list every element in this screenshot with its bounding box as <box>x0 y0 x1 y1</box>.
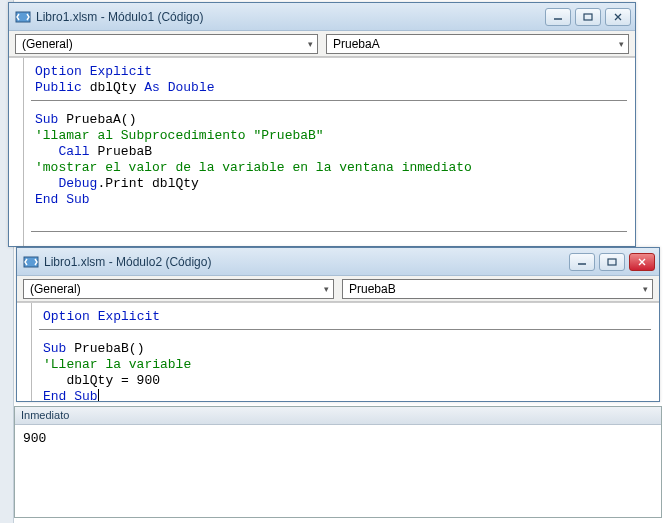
object-selector[interactable]: (General) ▾ <box>23 279 334 299</box>
chevron-down-icon: ▾ <box>643 284 648 294</box>
procedure-selector-value: PruebaB <box>349 282 396 296</box>
object-selector[interactable]: (General) ▾ <box>15 34 318 54</box>
chevron-down-icon: ▾ <box>324 284 329 294</box>
svg-rect-2 <box>584 14 592 20</box>
minimize-button[interactable] <box>569 253 595 271</box>
titlebar-module1[interactable]: Libro1.xlsm - Módulo1 (Código) <box>9 3 635 31</box>
maximize-button[interactable] <box>575 8 601 26</box>
window-title: Libro1.xlsm - Módulo2 (Código) <box>44 255 569 269</box>
object-selector-value: (General) <box>30 282 81 296</box>
code-text-module1[interactable]: Option Explicit Public dblQty As Double … <box>9 58 635 246</box>
code-toolbar: (General) ▾ PruebaA ▾ <box>9 31 635 57</box>
immediate-title[interactable]: Inmediato <box>15 407 661 425</box>
minimize-button[interactable] <box>545 8 571 26</box>
code-toolbar: (General) ▾ PruebaB ▾ <box>17 276 659 302</box>
immediate-window: Inmediato 900 <box>14 406 662 518</box>
chevron-down-icon: ▾ <box>619 39 624 49</box>
svg-rect-5 <box>608 259 616 265</box>
object-selector-value: (General) <box>22 37 73 51</box>
maximize-button[interactable] <box>599 253 625 271</box>
close-button[interactable] <box>605 8 631 26</box>
procedure-selector-value: PruebaA <box>333 37 380 51</box>
svg-rect-3 <box>24 257 38 267</box>
immediate-output[interactable]: 900 <box>15 425 661 452</box>
titlebar-module2[interactable]: Libro1.xlsm - Módulo2 (Código) <box>17 248 659 276</box>
chevron-down-icon: ▾ <box>308 39 313 49</box>
window-buttons <box>569 253 655 271</box>
text-caret <box>98 389 99 401</box>
code-pane[interactable]: Option Explicit Sub PruebaB() 'Llenar la… <box>17 302 659 401</box>
code-text-module2[interactable]: Option Explicit Sub PruebaB() 'Llenar la… <box>17 303 659 401</box>
procedure-selector[interactable]: PruebaA ▾ <box>326 34 629 54</box>
code-window-module1: Libro1.xlsm - Módulo1 (Código) (General)… <box>8 2 636 247</box>
window-title: Libro1.xlsm - Módulo1 (Código) <box>36 10 545 24</box>
procedure-selector[interactable]: PruebaB ▾ <box>342 279 653 299</box>
vba-icon <box>15 9 31 25</box>
vba-icon <box>23 254 39 270</box>
code-window-module2: Libro1.xlsm - Módulo2 (Código) (General)… <box>16 247 660 402</box>
code-pane[interactable]: Option Explicit Public dblQty As Double … <box>9 57 635 246</box>
svg-rect-0 <box>16 12 30 22</box>
window-buttons <box>545 8 631 26</box>
close-button[interactable] <box>629 253 655 271</box>
